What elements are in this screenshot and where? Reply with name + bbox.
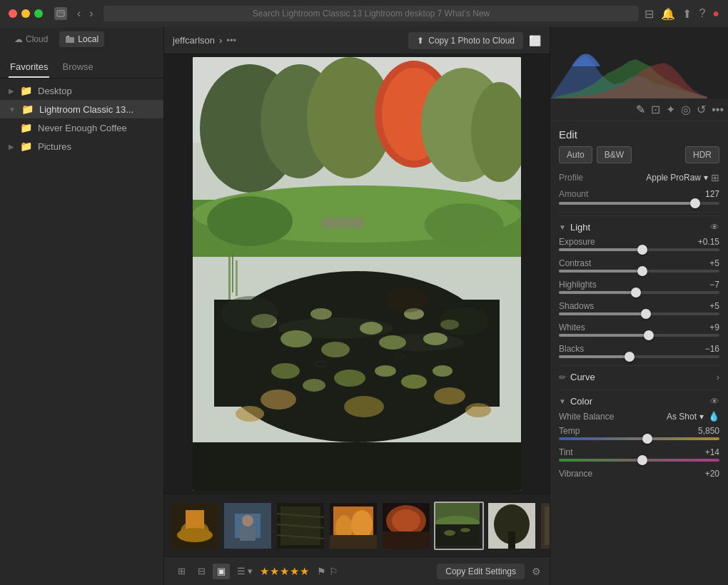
highlights-slider[interactable] — [559, 291, 719, 294]
whites-slider[interactable] — [559, 334, 719, 337]
sort-button[interactable]: ☰ ▾ — [237, 566, 253, 576]
settings-button[interactable]: ⚙ — [532, 566, 541, 577]
film-thumb-7[interactable] — [487, 502, 537, 550]
svg-point-71 — [392, 509, 420, 532]
close-button[interactable] — [9, 9, 17, 18]
film-thumb-6[interactable] — [434, 502, 484, 550]
tint-slider[interactable] — [559, 459, 719, 462]
main-photo — [193, 57, 521, 491]
color-collapse-icon: ▼ — [559, 397, 566, 405]
edit-title: Edit — [559, 128, 719, 141]
film-thumb-3[interactable] — [275, 502, 325, 550]
light-eye-icon[interactable]: 👁 — [710, 222, 719, 233]
bw-button[interactable]: B&W — [597, 146, 632, 163]
bell-icon[interactable]: 🔔 — [661, 7, 675, 21]
svg-point-57 — [242, 515, 253, 526]
breadcrumb-sep: › — [219, 35, 222, 46]
curve-section-header[interactable]: ✏ Curve › — [559, 365, 719, 387]
color-section-title: Color — [570, 396, 592, 407]
amount-slider[interactable] — [559, 202, 719, 205]
svg-point-67 — [351, 510, 373, 539]
minimize-button[interactable] — [21, 9, 30, 18]
exposure-slider[interactable] — [559, 248, 719, 251]
svg-point-78 — [460, 528, 470, 532]
wb-value[interactable]: As Shot ▾ — [667, 412, 704, 422]
help-icon[interactable]: ? — [699, 7, 705, 21]
mask-icon[interactable]: ◎ — [678, 101, 694, 118]
tint-value: +14 — [697, 447, 719, 457]
film-thumb-5[interactable] — [381, 502, 431, 550]
user-icon[interactable]: ● — [712, 7, 719, 21]
whites-label: Whites — [559, 322, 609, 332]
svg-point-33 — [375, 365, 396, 377]
copy-edit-settings-button[interactable]: Copy Edit Settings — [437, 564, 525, 579]
folder-icon: 📁 — [20, 85, 32, 96]
cloud-upload-button[interactable]: ⬆ Copy 1 Photo to Cloud — [408, 32, 523, 49]
single-view-button[interactable]: ▣ — [213, 564, 230, 579]
cloud-button[interactable]: ☁ Cloud — [9, 31, 54, 47]
crop-icon[interactable]: ⊡ — [648, 101, 663, 118]
more-button[interactable]: ••• — [226, 35, 236, 46]
share-icon[interactable]: ⬆ — [682, 7, 692, 21]
film-thumb-2[interactable] — [223, 502, 273, 550]
whites-row: Whites +9 — [559, 322, 719, 332]
light-section-header[interactable]: ▼ Light 👁 — [559, 215, 719, 237]
contrast-slider[interactable] — [559, 270, 719, 273]
blacks-slider[interactable] — [559, 355, 719, 358]
temp-slider[interactable] — [559, 437, 719, 440]
svg-rect-45 — [232, 253, 233, 292]
more-options-icon[interactable]: ••• — [709, 101, 727, 118]
sidebar-item-lightroom[interactable]: ▼ 📁 Lightroom Classic 13... — [0, 100, 163, 118]
grid-view-button[interactable]: ⊞ — [173, 564, 190, 579]
breadcrumb-user: jeffcarlson — [173, 35, 215, 46]
eyedropper-icon[interactable]: 💧 — [708, 411, 719, 422]
flag-button[interactable]: ⚑ — [317, 566, 326, 577]
color-section-header[interactable]: ▼ Color 👁 — [559, 390, 719, 411]
film-thumb-4[interactable] — [328, 502, 378, 550]
hdr-button[interactable]: HDR — [685, 146, 719, 163]
sidebar-item-desktop[interactable]: ▶ 📁 Desktop — [0, 81, 163, 100]
sort-chevron-icon: ▾ — [248, 566, 253, 576]
profile-grid-button[interactable]: ⊞ — [711, 172, 719, 183]
healing-icon[interactable]: ✦ — [663, 101, 678, 118]
svg-rect-47 — [193, 442, 521, 491]
search-input[interactable] — [103, 6, 639, 21]
film-thumb-1[interactable] — [170, 502, 220, 550]
columns-view-button[interactable]: ⊟ — [193, 564, 210, 579]
photo-area — [164, 54, 550, 494]
history-icon[interactable]: ↺ — [694, 101, 709, 118]
filter-icon[interactable]: ⊟ — [644, 7, 654, 21]
film-thumb-8[interactable] — [540, 502, 550, 550]
right-panel: ✎ ⊡ ✦ ◎ ↺ ••• Edit Auto B&W HDR Profile … — [550, 27, 728, 585]
folder-icon: 📁 — [21, 103, 34, 115]
profile-value[interactable]: Apple ProRaw ▾ — [646, 173, 708, 183]
upload-icon: ⬆ — [417, 36, 424, 46]
tint-label: Tint — [559, 447, 609, 457]
shadows-slider[interactable] — [559, 312, 719, 315]
sidebar-item-never-enough-coffee[interactable]: 📁 Never Enough Coffee — [0, 118, 163, 137]
tab-browse[interactable]: Browse — [61, 57, 94, 78]
color-eye-icon[interactable]: 👁 — [710, 396, 719, 407]
expand-button[interactable]: ⬜ — [529, 35, 541, 46]
curve-section-title: Curve — [570, 372, 595, 382]
sidebar: ☁ Cloud Local Favorites Browse ▶ 📁 Deskt… — [0, 27, 164, 585]
svg-point-38 — [434, 387, 465, 405]
reject-button[interactable]: ⚐ — [329, 566, 338, 577]
star-rating[interactable]: ★★★★★ — [260, 565, 310, 578]
sidebar-items: ▶ 📁 Desktop ▼ 📁 Lightroom Classic 13... … — [0, 78, 163, 158]
edit-panel-icon[interactable]: ✎ — [633, 101, 648, 118]
auto-button[interactable]: Auto — [559, 146, 592, 163]
forward-button[interactable]: › — [88, 6, 94, 21]
sidebar-item-label: Pictures — [38, 141, 71, 152]
cloud-label: Cloud — [26, 34, 48, 44]
temp-row: Temp 5,850 — [559, 426, 719, 436]
svg-point-39 — [236, 406, 264, 422]
tab-favorites[interactable]: Favorites — [9, 57, 49, 78]
maximize-button[interactable] — [34, 9, 43, 18]
edit-buttons: Auto B&W HDR — [559, 146, 719, 163]
local-button[interactable]: Local — [59, 31, 104, 47]
sidebar-item-pictures[interactable]: ▶ 📁 Pictures — [0, 137, 163, 156]
wb-label: White Balance — [559, 412, 614, 422]
back-button[interactable]: ‹ — [76, 6, 82, 21]
exposure-label: Exposure — [559, 237, 609, 247]
